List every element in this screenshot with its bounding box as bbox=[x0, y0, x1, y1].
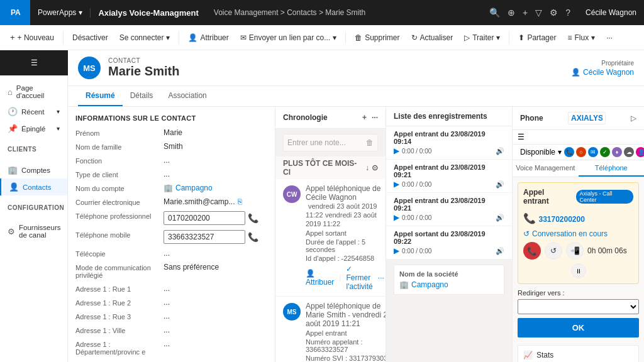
target-icon[interactable]: ⊕ bbox=[508, 8, 515, 18]
field-label-phone-pro: Téléphone professionnel bbox=[75, 211, 164, 220]
call-mobile-icon[interactable]: 📞 bbox=[248, 232, 258, 242]
transfer-call-button[interactable]: 📲 bbox=[566, 242, 584, 260]
volume-icon[interactable]: 🔊 bbox=[496, 147, 504, 155]
nav-top-section: ⌂ Page d'accueil 🕐 Récent ▾ 📌 Épinglé ▾ bbox=[0, 75, 67, 142]
recording-time: 0:00 / 0:00 bbox=[402, 214, 431, 221]
delete-button[interactable]: 🗑Supprimer bbox=[350, 30, 404, 46]
process-button[interactable]: ▷Traiter▾ bbox=[459, 30, 505, 46]
field-value-phone-mobile: 📞 bbox=[164, 230, 267, 244]
filter-icon[interactable]: ▽ bbox=[535, 8, 542, 18]
status-icon-5[interactable]: ♦ bbox=[612, 147, 622, 157]
ok-button[interactable]: OK bbox=[518, 318, 639, 337]
status-icon-3[interactable]: ✉ bbox=[588, 147, 598, 157]
svg-text:AXIALYS: AXIALYS bbox=[571, 114, 602, 123]
company-link[interactable]: 🏢 Campagno bbox=[399, 280, 499, 289]
new-button[interactable]: ++ Nouveau bbox=[5, 29, 59, 46]
help-icon[interactable]: ? bbox=[565, 8, 570, 18]
attrib-btn-1[interactable]: 👤 Attribuer bbox=[306, 269, 334, 287]
incoming-label: Appel entrant bbox=[523, 188, 571, 206]
phone-mobile-input[interactable] bbox=[164, 230, 245, 244]
more-activities-icon[interactable]: ··· bbox=[372, 113, 378, 122]
hamburger-icon[interactable]: ☰ bbox=[0, 50, 68, 75]
tab-details[interactable]: Détails bbox=[123, 86, 161, 106]
call-phone-pro-icon[interactable]: 📞 bbox=[248, 213, 258, 223]
hangup-button[interactable]: 📞 bbox=[523, 242, 541, 260]
field-value-type: ... bbox=[164, 170, 267, 178]
clients-section-header: Clients bbox=[0, 142, 67, 156]
plus-icon[interactable]: + bbox=[523, 8, 528, 18]
tab-resume[interactable]: Résumé bbox=[78, 86, 123, 106]
field-fax: Télécopie ... bbox=[75, 249, 267, 258]
status-icon-6[interactable]: ☁ bbox=[624, 147, 634, 157]
app-name[interactable]: PowerApps ▾ bbox=[30, 8, 90, 17]
phone-pro-input[interactable] bbox=[164, 211, 245, 225]
more-btn-1[interactable]: ··· bbox=[378, 273, 384, 282]
stats-icon: 📈 bbox=[523, 351, 533, 359]
sidebar-item-accounts[interactable]: 🏢 Comptes bbox=[0, 162, 67, 178]
sidebar-item-pinned[interactable]: 📌 Épinglé ▾ bbox=[0, 120, 67, 137]
recording-item: Appel sortant du 23/08/2019 09:22 ▶ 0:00… bbox=[386, 226, 512, 260]
close-btn-1[interactable]: ✓ Fermer l'activité bbox=[346, 265, 372, 291]
send-link-button[interactable]: ✉Envoyer un lien par co...▾ bbox=[235, 30, 341, 46]
status-icon-7[interactable]: 👤 bbox=[636, 147, 644, 157]
svg-text:PA: PA bbox=[11, 8, 21, 17]
volume-icon[interactable]: 🔊 bbox=[496, 180, 504, 189]
sidebar: ☰ ⌂ Page d'accueil 🕐 Récent ▾ 📌 Épinglé … bbox=[0, 50, 68, 362]
connect-button[interactable]: Se connecter▾ bbox=[114, 30, 175, 46]
assign-button[interactable]: 👤Attribuer bbox=[183, 30, 233, 46]
phone-menu-icon[interactable]: ☰ bbox=[518, 133, 525, 141]
redirect-select[interactable] bbox=[518, 299, 639, 314]
settings-icon[interactable]: ⚙ bbox=[550, 8, 558, 18]
sidebar-item-recent[interactable]: 🕐 Récent ▾ bbox=[0, 103, 67, 120]
volume-icon[interactable]: 🔊 bbox=[496, 247, 504, 255]
delete-note-icon[interactable]: 🗑 bbox=[366, 138, 374, 147]
toolbar-icons: 🔍 ⊕ + ▽ ⚙ ? bbox=[482, 8, 578, 18]
deactivate-button[interactable]: Désactiver bbox=[67, 30, 113, 46]
tab-association[interactable]: Association bbox=[160, 86, 214, 106]
stats-button[interactable]: 📈 Stats bbox=[518, 345, 639, 362]
field-value-account[interactable]: 🏢 Campagno bbox=[164, 184, 267, 192]
status-icon-4[interactable]: ✓ bbox=[600, 147, 610, 157]
phone-tab-voice[interactable]: Voice Management bbox=[513, 160, 579, 177]
play-btn[interactable]: ▶ bbox=[394, 180, 399, 189]
phone-tab-telephone[interactable]: Téléphone bbox=[579, 160, 645, 177]
sidebar-item-home[interactable]: ⌂ Page d'accueil bbox=[0, 80, 67, 103]
copy-email-icon[interactable]: ⎘ bbox=[238, 197, 242, 206]
play-btn[interactable]: ▶ bbox=[394, 146, 399, 155]
filter-list-icon[interactable]: ⊙ bbox=[372, 163, 378, 172]
user-name: Cécile Wagnon bbox=[578, 8, 644, 17]
command-bar: ++ Nouveau Désactiver Se connecter▾ 👤Att… bbox=[0, 25, 644, 50]
sidebar-item-channel[interactable]: ⚙ Fournisseurs de canal bbox=[0, 220, 67, 243]
activity-type: Appel entrant bbox=[306, 329, 386, 337]
status-icon-2[interactable]: ○ bbox=[576, 147, 586, 157]
add-activity-icon[interactable]: + bbox=[362, 113, 367, 122]
clients-section: 🏢 Comptes 👤 Contacts bbox=[0, 156, 67, 200]
pause-button[interactable]: ⏸ bbox=[571, 263, 586, 278]
recording-time: 0:00 / 0:00 bbox=[402, 248, 431, 255]
refresh-button[interactable]: ↻Actualiser bbox=[406, 30, 458, 46]
play-btn[interactable]: ▶ bbox=[394, 246, 399, 255]
play-btn[interactable]: ▶ bbox=[394, 213, 399, 222]
phone-panel-header: Phone AXIALYS ▷ bbox=[513, 107, 644, 130]
sort-icon[interactable]: ↓ bbox=[365, 163, 369, 172]
company-label: Nom de la société bbox=[399, 270, 499, 278]
axialys-badge: Axialys - Call Center bbox=[576, 190, 633, 204]
recording-controls: ▶ 0:00 / 0:00 🔊 bbox=[394, 246, 504, 255]
sidebar-item-contacts[interactable]: 👤 Contacts bbox=[0, 178, 67, 195]
refresh-call-button[interactable]: ↺ bbox=[545, 242, 562, 260]
flux-button[interactable]: ≡Flux▾ bbox=[562, 30, 600, 46]
more-button[interactable]: ··· bbox=[601, 30, 618, 46]
section-label: PLUS TÔT CE MOIS-CI ↓ ⊙ bbox=[275, 156, 386, 179]
call-timer: 0h 00m 06s bbox=[587, 246, 627, 255]
field-region: Adresse 1 : Département/provinc e ... bbox=[75, 339, 267, 356]
activity-content: Appel téléphonique de Cécile Wagnon vend… bbox=[306, 184, 384, 291]
recording-date: Appel entrant du 23/08/2019 09:21 bbox=[394, 197, 504, 212]
field-value-addr3: ... bbox=[164, 312, 267, 321]
search-icon[interactable]: 🔍 bbox=[489, 8, 500, 18]
share-button[interactable]: ⬆Partager bbox=[513, 30, 561, 46]
separator bbox=[63, 31, 64, 44]
volume-icon[interactable]: 🔊 bbox=[496, 214, 504, 222]
expand-phone-icon[interactable]: ▷ bbox=[631, 114, 636, 123]
status-icon-1[interactable]: 📞 bbox=[564, 147, 574, 157]
note-input[interactable]: Entrer une note... 🗑 bbox=[283, 134, 378, 151]
